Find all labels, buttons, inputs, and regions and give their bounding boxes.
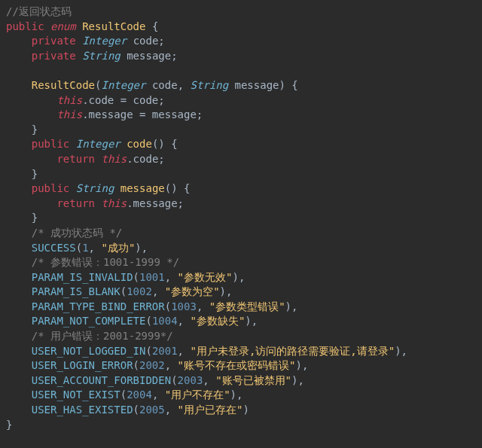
enum-param-blank: PARAM_IS_BLANK [32, 285, 120, 297]
comment-user: /* 用户错误：2001-2999*/ [32, 330, 173, 342]
enum-success: SUCCESS [32, 242, 76, 254]
kw-this: this [101, 197, 127, 209]
ret-msg: .message; [127, 197, 184, 209]
brace-close-final: } [6, 419, 12, 431]
kw-return: return [56, 197, 95, 209]
comment-param: /* 参数错误：1001-1999 */ [32, 256, 179, 268]
method-code: code [127, 138, 152, 150]
kw-enum: enum [50, 20, 76, 32]
ret-code: .code; [127, 153, 165, 165]
brace-close: } [32, 168, 38, 180]
enum-param-type: PARAM_TYPE_BIND_ERROR [32, 300, 165, 312]
type-integer: Integer [76, 138, 120, 150]
comment-top: //返回状态码 [6, 5, 72, 17]
enum-param-not-complete: PARAM_NOT_COMPLETE [32, 315, 146, 327]
field-message: message [127, 50, 171, 62]
enum-user-login-err: USER_LOGIN_ERROR [32, 359, 133, 371]
type-string: String [82, 50, 120, 62]
comment-success: /* 成功状态码 */ [32, 227, 123, 239]
method-message: message [120, 182, 165, 194]
enum-user-has-existed: USER_HAS_EXISTED [32, 404, 133, 416]
enum-user-not-exist: USER_NOT_EXIST [32, 389, 120, 401]
kw-private: private [32, 50, 76, 62]
enum-param-invalid: PARAM_IS_INVALID [32, 271, 133, 283]
kw-private: private [32, 35, 76, 47]
kw-this: this [101, 153, 127, 165]
enum-user-forbidden: USER_ACCOUNT_FORBIDDEN [32, 374, 171, 386]
kw-public: public [32, 182, 70, 194]
enum-user-not-logged: USER_NOT_LOGGED_IN [32, 345, 146, 357]
assign-code: .code = code; [82, 94, 165, 106]
class-name: ResultCode [82, 20, 145, 32]
kw-return: return [56, 153, 95, 165]
field-code: code [133, 35, 159, 47]
code-block: //返回状态码 public enum ResultCode { private… [0, 0, 482, 437]
brace-close: } [32, 123, 38, 136]
type-string: String [76, 182, 114, 194]
brace-open: { [152, 20, 158, 32]
brace-close: } [32, 212, 38, 224]
kw-this: this [56, 94, 82, 106]
type-integer: Integer [82, 35, 127, 47]
ctor-name: ResultCode [32, 79, 95, 91]
kw-public: public [32, 138, 70, 150]
assign-msg: .message = message; [82, 108, 203, 120]
kw-public: public [6, 20, 44, 32]
kw-this: this [56, 108, 82, 120]
